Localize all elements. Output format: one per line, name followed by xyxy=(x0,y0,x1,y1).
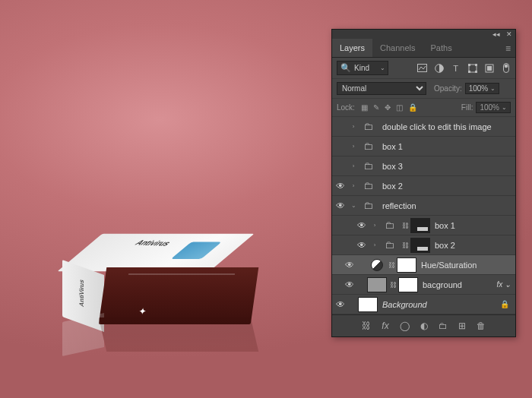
visibility-toggle[interactable]: 👁 xyxy=(332,161,349,172)
visibility-toggle[interactable]: 👁 xyxy=(332,181,349,191)
link-icon: ⛓ xyxy=(402,242,409,249)
close-icon[interactable]: ✕ xyxy=(506,30,512,38)
layer-name[interactable]: box 2 xyxy=(382,182,403,191)
collapse-icon[interactable]: ◂◂ xyxy=(492,30,500,38)
visibility-toggle[interactable]: 👁 xyxy=(332,201,349,211)
mask-thumb[interactable] xyxy=(410,218,430,233)
layer-name[interactable]: box 3 xyxy=(382,162,403,171)
fill-label: Fill: xyxy=(461,103,473,112)
svg-rect-4 xyxy=(475,64,477,66)
layer-row[interactable]: 👁 › 🗀 ⛓ box 1 xyxy=(332,216,515,235)
folder-icon: 🗀 xyxy=(358,159,378,174)
svg-rect-5 xyxy=(468,71,470,73)
panel-footer: ⛓ fx ◯ ◐ 🗀 ⊞ 🗑 xyxy=(332,314,515,336)
lock-all-icon[interactable]: 🔒 xyxy=(408,103,417,112)
tab-paths[interactable]: Paths xyxy=(423,39,460,57)
layer-name[interactable]: bacground xyxy=(423,280,462,289)
search-icon: 🔍 xyxy=(340,63,351,73)
expand-icon[interactable]: › xyxy=(370,222,379,229)
visibility-toggle[interactable]: 👁 xyxy=(332,141,349,152)
box-reflection xyxy=(46,324,243,352)
link-icon: ⛓ xyxy=(390,281,397,289)
layer-row[interactable]: 👁 › 🗀 box 2 xyxy=(332,176,515,196)
layer-filter-select[interactable]: 🔍 ⌄ xyxy=(337,61,388,75)
filter-pixel-icon[interactable] xyxy=(417,63,427,73)
panel-titlebar[interactable]: ◂◂ ✕ xyxy=(332,30,515,39)
mask-thumb[interactable] xyxy=(397,257,416,273)
layer-row[interactable]: 👁 › 🗀 ⛓ box 2 xyxy=(332,235,515,255)
folder-icon: 🗀 xyxy=(358,119,378,134)
layer-name[interactable]: box 2 xyxy=(435,241,455,250)
filter-toggle-icon[interactable] xyxy=(501,63,511,73)
fx-badge[interactable]: fx ⌄ xyxy=(496,280,511,289)
filter-smart-icon[interactable] xyxy=(484,63,494,73)
opacity-label: Opacity: xyxy=(434,84,462,93)
layer-row[interactable]: 👁 ⌄ 🗀 reflection xyxy=(332,196,515,216)
layers-panel: ◂◂ ✕ Layers Channels Paths ≡ 🔍 ⌄ T Norma… xyxy=(331,29,516,337)
layer-row[interactable]: 👁 ⛓ bacground fx ⌄ xyxy=(332,275,515,295)
expand-icon[interactable]: › xyxy=(349,163,358,169)
visibility-toggle[interactable]: 👁 xyxy=(332,299,349,310)
layer-name[interactable]: Background xyxy=(382,300,427,309)
lock-artboard-icon[interactable]: ◫ xyxy=(396,103,403,112)
svg-rect-8 xyxy=(487,66,492,71)
filter-type-icon[interactable]: T xyxy=(451,63,461,73)
link-layers-icon[interactable]: ⛓ xyxy=(362,321,371,331)
lock-transparency-icon[interactable]: ▦ xyxy=(361,103,368,112)
mask-thumb[interactable] xyxy=(398,277,418,292)
delete-layer-icon[interactable]: 🗑 xyxy=(477,321,486,331)
folder-icon: 🗀 xyxy=(379,218,399,233)
layer-thumb[interactable] xyxy=(367,277,387,292)
layer-name[interactable]: double click to edit this image xyxy=(382,122,492,131)
box-top-brand: Antivirus xyxy=(133,238,174,247)
visibility-toggle[interactable]: 👁 xyxy=(341,280,358,290)
visibility-toggle[interactable]: 👁 xyxy=(353,240,370,251)
add-mask-icon[interactable]: ◯ xyxy=(400,321,410,331)
layer-thumb[interactable] xyxy=(358,297,378,312)
expand-icon[interactable]: › xyxy=(349,123,358,130)
svg-point-10 xyxy=(504,65,508,68)
svg-rect-6 xyxy=(475,71,477,73)
lock-label: Lock: xyxy=(337,103,355,112)
layer-row[interactable]: 👁 › 🗀 double click to edit this image xyxy=(332,117,515,137)
layer-name[interactable]: reflection xyxy=(382,201,416,210)
visibility-toggle[interactable]: 👁 xyxy=(332,122,349,132)
layer-name[interactable]: box 1 xyxy=(435,221,455,230)
link-icon: ⛓ xyxy=(402,222,409,229)
adjustment-icon[interactable] xyxy=(371,259,383,271)
visibility-toggle[interactable]: 👁 xyxy=(341,260,358,270)
filter-mode[interactable] xyxy=(354,64,377,72)
new-layer-icon[interactable]: ⊞ xyxy=(458,321,466,331)
lock-position-icon[interactable]: ✥ xyxy=(385,103,391,112)
layer-name[interactable]: Hue/Saturation xyxy=(421,261,477,270)
expand-icon[interactable]: › xyxy=(349,143,358,150)
box-side-brand: AntiVirus xyxy=(78,279,85,308)
layer-row[interactable]: 👁 Background 🔒 xyxy=(332,295,515,314)
filter-adjust-icon[interactable] xyxy=(434,63,444,73)
layer-row[interactable]: 👁 › 🗀 box 1 xyxy=(332,137,515,156)
fill-input[interactable]: 100%⌄ xyxy=(476,102,511,113)
fx-icon[interactable]: fx xyxy=(382,321,388,331)
layer-row[interactable]: 👁 › 🗀 box 3 xyxy=(332,156,515,176)
folder-icon: 🗀 xyxy=(358,198,378,213)
mask-thumb[interactable] xyxy=(410,238,430,253)
filter-type-icons: T xyxy=(417,63,511,73)
lock-icon[interactable]: 🔒 xyxy=(500,300,509,308)
expand-icon[interactable]: ⌄ xyxy=(349,202,358,209)
box-front-logo-icon: ✦ xyxy=(138,306,147,317)
panel-menu-icon[interactable]: ≡ xyxy=(505,43,511,54)
lock-paint-icon[interactable]: ✎ xyxy=(373,103,379,112)
layer-row[interactable]: 👁 ⛓ Hue/Saturation xyxy=(332,255,515,275)
opacity-input[interactable]: 100%⌄ xyxy=(465,83,500,94)
expand-icon[interactable]: › xyxy=(370,242,379,248)
layer-name[interactable]: box 1 xyxy=(382,142,403,151)
adjustment-layer-icon[interactable]: ◐ xyxy=(420,321,428,331)
tab-channels[interactable]: Channels xyxy=(372,39,423,57)
filter-shape-icon[interactable] xyxy=(467,63,477,73)
new-group-icon[interactable]: 🗀 xyxy=(439,321,448,331)
blend-mode-select[interactable]: Normal xyxy=(337,82,426,95)
tab-layers[interactable]: Layers xyxy=(332,39,372,57)
visibility-toggle[interactable]: 👁 xyxy=(353,220,370,231)
lock-row: Lock: ▦ ✎ ✥ ◫ 🔒 Fill: 100%⌄ xyxy=(332,99,515,117)
expand-icon[interactable]: › xyxy=(349,182,358,189)
